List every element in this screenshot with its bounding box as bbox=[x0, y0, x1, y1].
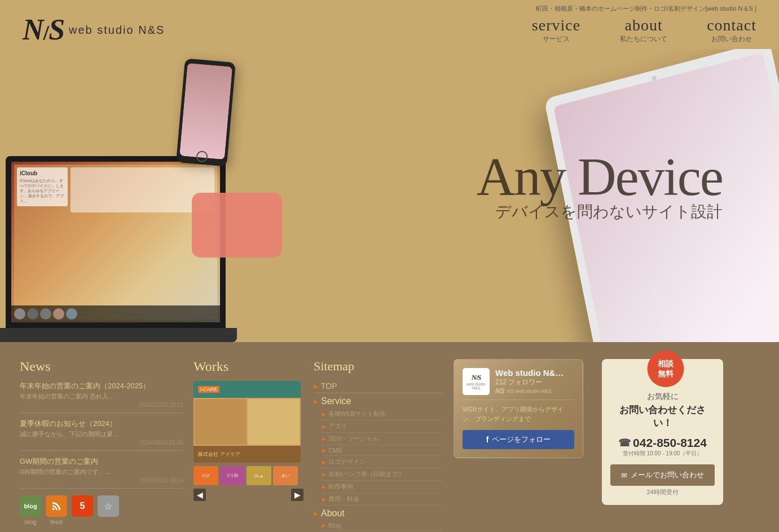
sitemap-arrow-top: ▶ bbox=[314, 383, 318, 389]
nav-about-ja: 私たちについて bbox=[620, 34, 667, 44]
sitemap-blog-label: Blog bbox=[328, 522, 341, 529]
news-item-2-date: 2024/04/22 19:14 bbox=[20, 477, 183, 484]
news-item-1-date: 2024/08/05 21:08 bbox=[20, 440, 183, 446]
sitemap-sub-1[interactable]: ▶各種WEBサイト制作 bbox=[322, 408, 443, 420]
sitemap-sub-2[interactable]: ▶アプリ bbox=[322, 420, 443, 433]
sns-followers: 212 フォロワー bbox=[495, 378, 564, 387]
follow-button[interactable]: f ページをフォロー bbox=[463, 430, 574, 449]
follow-button-label: ページをフォロー bbox=[492, 435, 551, 445]
sns-full-name: NS NS web studio N&S bbox=[495, 387, 564, 395]
nav-contact-ja: お問い合わせ bbox=[707, 34, 756, 44]
sitemap-sub-1-label: 各種WEBサイト制作 bbox=[328, 410, 386, 418]
logo-area[interactable]: N/S web studio N&S bbox=[23, 15, 165, 45]
sitemap-section: Sitemap ▶ TOP ▶ Service ▶各種WEBサイト制作 ▶アプリ… bbox=[314, 359, 443, 532]
phone-number-text: 042-850-8124 bbox=[633, 436, 707, 450]
badge-line2: 無料 bbox=[658, 369, 674, 379]
sitemap-sub-6-label: 名刺/パンフ等（印刷まで） bbox=[328, 470, 404, 478]
blog-icon[interactable]: blog bbox=[20, 495, 41, 517]
nav-service[interactable]: service サービス bbox=[532, 16, 580, 44]
sitemap-service-label: Service bbox=[321, 396, 351, 406]
free-consultation-badge: 相談 無料 bbox=[647, 351, 684, 387]
mail-button-label: メールでお問い合わせ bbox=[631, 470, 704, 480]
news-item-2-excerpt: GW期間の営業のご案内です。... bbox=[20, 468, 183, 476]
ns-logo-small: N/S web studio N&S bbox=[463, 368, 490, 395]
html5-icon[interactable]: 5 bbox=[72, 495, 93, 517]
phone-icon: ☎ bbox=[618, 437, 631, 449]
sns-section: N/S web studio N&S Web studio N&… 212 フォ… bbox=[454, 359, 592, 458]
mail-icon: ✉ bbox=[621, 471, 627, 480]
bookmark-label: - bbox=[107, 518, 109, 525]
sitemap-sub-3-label: SEO・ソーシャル bbox=[328, 435, 379, 443]
sns-name: Web studio N&… bbox=[495, 368, 564, 378]
sitemap-arrow-service: ▶ bbox=[314, 398, 318, 405]
sitemap-about-label: About bbox=[321, 508, 345, 518]
sitemap-sub-4[interactable]: ▶CMS bbox=[322, 445, 443, 456]
sitemap-item-top[interactable]: ▶ TOP bbox=[314, 379, 443, 393]
news-item-2-title: GW期間の営業のご案内 bbox=[20, 456, 183, 467]
sitemap-sub-6[interactable]: ▶名刺/パンフ等（印刷まで） bbox=[322, 468, 443, 481]
works-next-button[interactable]: ▶ bbox=[291, 489, 303, 501]
sitemap-title: Sitemap bbox=[314, 359, 443, 374]
contact-cta: お問い合わせください！ bbox=[610, 404, 715, 429]
news-title: News bbox=[20, 359, 183, 374]
sitemap-sub-2-label: アプリ bbox=[328, 422, 347, 431]
works-nav-buttons: ◀ ▶ bbox=[193, 489, 303, 501]
rss-icon[interactable] bbox=[46, 495, 67, 517]
badge-line1: 相談 bbox=[658, 359, 674, 369]
sitemap-sub-5-label: ロゴデザイン bbox=[328, 458, 366, 466]
nav-service-en: service bbox=[532, 16, 580, 34]
pink-blob bbox=[192, 193, 282, 258]
business-hours: 受付時間 10:00 - 19:00（平日） bbox=[610, 450, 715, 458]
hero-section: iCloub iCloudはあなたのコ... すべてのデバイスに... します。… bbox=[0, 49, 779, 342]
logo-ns: N/S bbox=[23, 15, 63, 45]
sitemap-cat-about[interactable]: ▶ About bbox=[314, 506, 443, 520]
bottom-section: News 年末年始の営業のご案内（2024-2025） 年末年始の営業のご案内 … bbox=[0, 342, 779, 532]
sitemap-sub-5[interactable]: ▶ロゴデザイン bbox=[322, 456, 443, 468]
news-item-1[interactable]: 夏季休暇のお知らせ（2024） 誠に勝手ながら、下記の期間は夏... 2024/… bbox=[20, 419, 183, 451]
sns-description: WEBサイト、アプリ開発からデザイン、ブランディングまで bbox=[463, 400, 574, 423]
phone-number[interactable]: ☎ 042-850-8124 bbox=[610, 436, 715, 450]
header: 町田・相模原・橋本のホームページ制作・ロゴ/名刺デザイン[web studio … bbox=[0, 0, 779, 49]
blog-icons-row: blog blog feed 5 - ☆ - bbox=[20, 495, 183, 525]
meta-description: 町田・相模原・橋本のホームページ制作・ロゴ/名刺デザイン[web studio … bbox=[23, 5, 756, 13]
sitemap-cat-service[interactable]: ▶ Service bbox=[314, 393, 443, 408]
contact-section: 相談 無料 お気軽に お問い合わせください！ ☎ 042-850-8124 受付… bbox=[602, 359, 729, 505]
blog-label: blog bbox=[25, 518, 37, 525]
news-item-2[interactable]: GW期間の営業のご案内 GW期間の営業のご案内です。... 2024/04/22… bbox=[20, 456, 183, 489]
sitemap-sub-3[interactable]: ▶SEO・ソーシャル bbox=[322, 433, 443, 445]
works-title: Works bbox=[193, 359, 303, 374]
news-item-0-date: 2024/12/23 20:13 bbox=[20, 402, 183, 408]
nav-contact[interactable]: contact お問い合わせ bbox=[707, 16, 756, 44]
sitemap-sub-blog[interactable]: ▶Blog bbox=[322, 520, 443, 531]
nav-contact-en: contact bbox=[707, 16, 756, 34]
any-device-ja-text: デバイスを問わないサイト設計 bbox=[477, 201, 723, 223]
contact-title: お気軽に bbox=[610, 392, 715, 402]
works-thumbnails: FCF Cり剤 OL▲ あい bbox=[193, 466, 303, 485]
news-item-0-title: 年末年始の営業のご案内（2024-2025） bbox=[20, 381, 183, 391]
facebook-icon: f bbox=[486, 435, 489, 444]
sitemap-sub-4-label: CMS bbox=[328, 447, 342, 454]
news-item-0[interactable]: 年末年始の営業のご案内（2024-2025） 年末年始の営業のご案内 恐れ入..… bbox=[20, 381, 183, 413]
logo-text: web studio N&S bbox=[69, 24, 165, 37]
news-item-1-excerpt: 誠に勝手ながら、下記の期間は夏... bbox=[20, 430, 183, 438]
main-nav: service サービス about 私たちについて contact お問い合わ… bbox=[532, 16, 756, 44]
sitemap-top-label: TOP bbox=[321, 382, 337, 391]
works-section: Works i-CARE 株式会社 アイケア FCF bbox=[193, 359, 303, 501]
nav-about[interactable]: about 私たちについて bbox=[620, 16, 667, 44]
bookmark-icon[interactable]: ☆ bbox=[98, 495, 119, 517]
sitemap-sub-7[interactable]: ▶制作事例 bbox=[322, 481, 443, 493]
sns-card: N/S web studio N&S Web studio N&… 212 フォ… bbox=[454, 359, 583, 458]
works-prev-button[interactable]: ◀ bbox=[193, 489, 206, 501]
phone-mockup bbox=[176, 58, 236, 166]
reception-24h: 24時間受付 bbox=[610, 488, 715, 496]
nav-service-ja: サービス bbox=[532, 34, 580, 44]
nav-about-en: about bbox=[620, 16, 667, 34]
html5-label: - bbox=[81, 518, 83, 525]
news-section: News 年末年始の営業のご案内（2024-2025） 年末年始の営業のご案内 … bbox=[20, 359, 183, 525]
sitemap-sub-7-label: 制作事例 bbox=[328, 482, 353, 491]
mail-button[interactable]: ✉ メールでお問い合わせ bbox=[610, 464, 715, 486]
sitemap-sub-8-label: 費用・料金 bbox=[328, 495, 359, 503]
any-device-text: Any Device bbox=[477, 150, 723, 204]
works-main-image: i-CARE 株式会社 アイケア bbox=[193, 381, 301, 463]
sitemap-sub-8[interactable]: ▶費用・料金 bbox=[322, 493, 443, 506]
